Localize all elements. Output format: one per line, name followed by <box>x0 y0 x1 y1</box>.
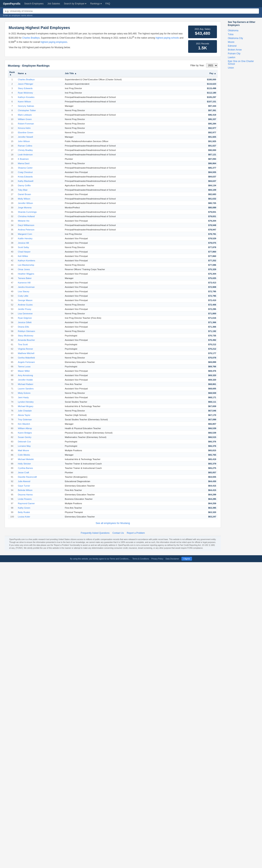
employee-link[interactable]: Tina Scott <box>18 343 28 346</box>
employee-link[interactable]: Lorraine May <box>18 445 31 447</box>
footer-privacy[interactable]: Privacy Policy <box>151 558 163 560</box>
report-link[interactable]: Report a Problem <box>127 532 145 534</box>
employee-link[interactable]: Lisa Genevese <box>18 312 33 315</box>
employee-link[interactable]: Andrew Guziec <box>18 304 33 306</box>
employee-link[interactable]: Amanda Boucher <box>18 339 35 341</box>
employee-link[interactable]: Colin Meeks <box>18 454 30 456</box>
employee-link[interactable]: Angelo Fertonani <box>18 361 35 363</box>
employee-link[interactable]: Robert Foreman <box>18 123 34 125</box>
employee-link[interactable]: Ryan Edgmon <box>18 317 32 319</box>
contact-link[interactable]: Contact Us <box>112 532 124 534</box>
sidebar-employer-link[interactable]: Lawton <box>228 56 260 59</box>
employer-search-input[interactable] <box>3 8 259 13</box>
nav-faq[interactable]: FAQ <box>105 2 110 5</box>
col-name[interactable]: Name ▲ <box>16 70 63 77</box>
employee-link[interactable]: Chad Harper <box>18 251 31 253</box>
employee-link[interactable]: Deborah Cox <box>18 440 31 443</box>
employee-link[interactable]: Jenifer Posey <box>18 308 31 310</box>
employee-link[interactable]: John Wilson <box>18 140 30 143</box>
employee-link[interactable]: Jason Pittenger <box>18 83 33 85</box>
employee-link[interactable]: Jennifer Wilson <box>18 202 33 204</box>
employee-link[interactable]: Raymond Garner <box>18 502 35 504</box>
employee-link[interactable]: Louisa Koler <box>18 516 30 518</box>
employee-link[interactable]: Andrea Peterson <box>18 228 34 231</box>
employee-link[interactable]: Lyndon Hensley <box>18 401 34 403</box>
sidebar-employer-link[interactable]: Tulsa <box>228 32 260 36</box>
sidebar-employer-link[interactable]: Moore <box>228 40 260 44</box>
employee-link[interactable]: Christopher Tobler <box>18 109 36 112</box>
employee-link[interactable]: Kaitlin Hensley <box>18 237 32 240</box>
employee-link[interactable]: Daryl Williamson <box>18 224 34 226</box>
employee-link[interactable]: Belinda Wilson <box>18 489 32 491</box>
employee-link[interactable]: Lisa Stacey <box>18 290 29 292</box>
employee-link[interactable]: Krista Edwards <box>18 176 33 178</box>
employee-link[interactable]: Kathy Green <box>18 507 30 509</box>
employee-link[interactable]: Matthew Mitchell <box>18 352 34 354</box>
employee-link[interactable]: Davette Ravencraft <box>18 476 37 478</box>
employee-link[interactable]: William Green <box>18 118 32 120</box>
employee-link[interactable]: Charles Bradleyv <box>18 78 35 81</box>
employee-link[interactable]: K Boatmen <box>18 158 29 160</box>
employee-link[interactable]: Robbyn Glemann <box>18 330 35 332</box>
employee-link[interactable]: Jorge Morena <box>18 207 31 209</box>
employee-link[interactable]: Lee Blankenship <box>18 264 34 266</box>
employee-link[interactable]: Karen Bridges <box>18 432 32 434</box>
employee-link[interactable]: Gertha Wakefield <box>18 356 35 359</box>
employee-link[interactable]: Scott Selby <box>18 246 29 248</box>
employee-link[interactable]: Michael Raiberr <box>18 383 33 385</box>
employee-link[interactable]: Jennifer Hodde <box>18 379 33 381</box>
employee-link[interactable]: Gaye Turner <box>18 485 30 487</box>
employee-link[interactable]: William Albrop <box>18 427 32 430</box>
employee-link[interactable]: Cody Little <box>18 295 28 297</box>
footer-data[interactable]: Data Disclaimer <box>166 558 179 560</box>
employee-link[interactable]: Mark Lebback <box>18 114 32 116</box>
employee-link[interactable]: Leah Anderson <box>18 153 33 156</box>
employee-link[interactable]: Troy Goleman <box>18 418 32 421</box>
employee-link[interactable]: Shawna Carter <box>18 167 33 169</box>
agree-button[interactable]: I Agree <box>182 557 192 561</box>
employee-link[interactable]: Virginia Renner <box>18 348 33 350</box>
employee-link[interactable]: Kameron Hill <box>18 281 31 284</box>
employee-link[interactable]: Margaret Corn <box>18 233 32 235</box>
employee-link[interactable]: Tamra Lucas <box>18 365 31 368</box>
employee-link[interactable]: Melanie Hix <box>18 220 29 222</box>
employee-link[interactable]: Misty Eolonn <box>18 392 31 394</box>
employee-link[interactable]: Maser Miller <box>18 370 30 372</box>
sidebar-employer-link[interactable]: Edmond <box>228 44 260 48</box>
employee-link[interactable]: Jami Hasty <box>18 396 29 399</box>
sidebar-employer-link[interactable]: Oklahoma <box>228 29 260 32</box>
employee-link[interactable]: Julie Chastain <box>18 409 32 412</box>
employee-link[interactable]: Daniel Brown <box>18 193 31 195</box>
employee-link[interactable]: Jessica Gillett <box>18 321 31 323</box>
employee-link[interactable]: Cynthia Barnes <box>18 467 33 469</box>
employee-link[interactable]: Tamara Baker <box>18 277 32 279</box>
employee-link[interactable]: Toby Blair <box>18 189 28 191</box>
employee-link[interactable]: Stacy Edwards <box>18 87 33 90</box>
employees-link[interactable]: highest paying employees <box>40 41 67 43</box>
employee-link[interactable]: Molly Wilson <box>18 197 30 200</box>
employee-link[interactable]: Matt Moore <box>18 449 29 452</box>
col-rank[interactable]: Rank ▲ <box>8 70 16 77</box>
employee-link[interactable]: Omar Jones <box>18 268 30 271</box>
employee-link[interactable]: Christy Bradley <box>18 149 33 151</box>
employee-link[interactable]: Craig Chestnut <box>18 171 33 174</box>
employee-link[interactable]: Susan Gentry <box>18 436 31 438</box>
employee-link[interactable]: Amy Armstrong <box>18 374 33 376</box>
employee-link[interactable]: Keli Wilkie <box>18 255 28 257</box>
employee-link[interactable]: Michael Meleéki <box>18 458 34 460</box>
employee-link[interactable]: Mama Dard <box>18 162 29 164</box>
nav-search-employees[interactable]: Search Employees <box>24 2 43 5</box>
employee-link[interactable]: Raman Collins <box>18 145 32 147</box>
employee-link[interactable]: Julie Atwood <box>18 480 30 483</box>
faq-link[interactable]: Frequently Asked Questions <box>81 532 109 534</box>
col-job[interactable]: Job Title ▲ <box>63 70 191 77</box>
employee-link[interactable]: Lauren Sanders <box>18 388 34 390</box>
year-filter-select[interactable]: 2021 2020 2019 2018 <box>206 63 218 68</box>
employee-link[interactable]: Alexia Taylor <box>18 414 30 416</box>
nav-job-salaries[interactable]: Job Salaries <box>47 2 60 5</box>
sidebar-employer-link[interactable]: Broken Arrow <box>228 48 260 52</box>
employee-link[interactable]: Heather Wiggins <box>18 273 34 275</box>
col-pay[interactable]: Pay ▲ <box>191 70 218 77</box>
employee-link[interactable]: Ryan Mckinney <box>18 92 33 94</box>
charles-link[interactable]: Charles Bradleyv <box>22 36 39 39</box>
